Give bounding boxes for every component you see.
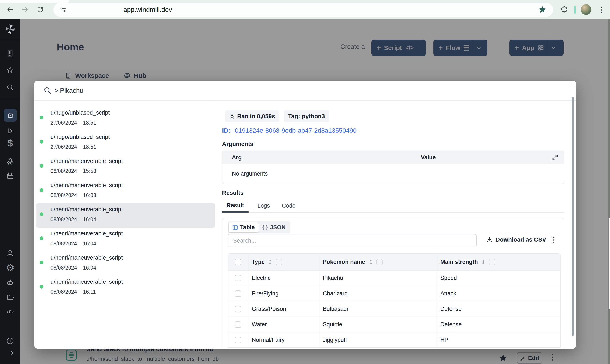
- site-settings-icon[interactable]: [60, 7, 66, 13]
- sort-icon[interactable]: [268, 259, 273, 265]
- braces-icon: { }: [262, 224, 268, 231]
- success-status-dot: [40, 285, 43, 288]
- job-id-link[interactable]: 0191324e-8068-9edb-ab47-2d8a13550490: [235, 127, 356, 134]
- view-toggle-table[interactable]: Table: [229, 222, 258, 233]
- run-list-item[interactable]: u/hugo/unbiased_script 27/06/202418:51: [36, 131, 215, 155]
- sidebar-item-users[interactable]: [6, 249, 14, 257]
- row-checkbox-cell: [228, 286, 248, 301]
- profile-divider: [574, 5, 576, 13]
- row-checkbox[interactable]: [235, 337, 241, 343]
- browser-scrollbar-thumb[interactable]: [609, 218, 610, 309]
- sidebar-item-variables[interactable]: $: [0, 138, 20, 148]
- reload-icon[interactable]: [37, 6, 44, 13]
- run-list-item[interactable]: u/hugo/unbiased_script 27/06/202418:51: [36, 107, 215, 131]
- back-icon[interactable]: [6, 6, 14, 13]
- tab-code[interactable]: Code: [282, 199, 296, 212]
- run-list: u/hugo/unbiased_script 27/06/202418:51 u…: [36, 107, 215, 300]
- result-table: Type Pokemon name Main strength Electric…: [228, 253, 561, 348]
- row-checkbox-cell: [228, 270, 248, 286]
- arguments-table: Arg Value No arguments: [222, 151, 564, 184]
- duration-badge: Ran in 0,059s: [225, 110, 279, 122]
- search-modal: > Pikachu u/hugo/unbiased_script 27/06/2…: [34, 81, 576, 349]
- screen: Home Create a + Script </> + Flow + App: [0, 0, 610, 364]
- row-checkbox[interactable]: [235, 306, 241, 312]
- result-search-input[interactable]: [228, 234, 477, 247]
- arguments-heading: Arguments: [222, 141, 254, 148]
- run-list-item[interactable]: u/henri/maneuverable_script 08/08/202416…: [36, 252, 215, 276]
- extensions-icon[interactable]: [559, 5, 568, 14]
- modal-search-input[interactable]: > Pikachu: [54, 81, 83, 100]
- column-filter-checkbox[interactable]: [376, 259, 383, 265]
- column-header-pokemon-name[interactable]: Pokemon name: [319, 254, 436, 270]
- duration-badge-label: Ran in 0,059s: [237, 113, 275, 120]
- arguments-empty-row: No arguments: [222, 164, 564, 184]
- sidebar-item-settings[interactable]: ⚙: [0, 262, 20, 273]
- view-toggle: Table { } JSON: [228, 221, 290, 234]
- table-icon: [232, 225, 238, 230]
- row-checkbox[interactable]: [235, 275, 241, 281]
- sidebar-item-resources[interactable]: [6, 158, 14, 165]
- sidebar-item-workers[interactable]: [6, 279, 14, 286]
- run-list-item[interactable]: u/henri/maneuverable_script 08/08/202416…: [36, 179, 215, 203]
- cell-type: Water: [248, 317, 319, 332]
- sidebar-item-home[interactable]: [7, 111, 14, 119]
- row-checkbox[interactable]: [235, 321, 241, 328]
- run-list-item[interactable]: u/henri/maneuverable_script 08/08/202416…: [36, 276, 215, 300]
- sidebar-item-audit-logs[interactable]: [6, 308, 14, 316]
- address-bar[interactable]: app.windmill.dev: [54, 3, 553, 17]
- tag-badge-label: Tag: python3: [288, 113, 325, 120]
- run-datetime: 27/06/202418:51: [51, 144, 215, 150]
- svg-text:?: ?: [9, 339, 12, 343]
- view-toggle-json[interactable]: { } JSON: [258, 222, 289, 233]
- download-csv-button[interactable]: Download as CSV: [486, 236, 546, 243]
- run-list-item[interactable]: u/henri/maneuverable_script 08/08/202415…: [36, 155, 215, 179]
- job-id: ID: 0191324e-8068-9edb-ab47-2d8a13550490: [222, 127, 356, 135]
- column-filter-checkbox[interactable]: [276, 259, 282, 265]
- url-text[interactable]: app.windmill.dev: [123, 3, 172, 17]
- expand-sidebar-icon[interactable]: [6, 349, 14, 357]
- browser-menu-icon[interactable]: [601, 7, 602, 13]
- run-title: u/henri/maneuverable_script: [51, 254, 215, 261]
- run-list-item[interactable]: u/henri/maneuverable_script 08/08/202416…: [36, 228, 215, 252]
- tab-logs[interactable]: Logs: [258, 199, 269, 212]
- sidebar-item-workspace[interactable]: [6, 49, 14, 57]
- bookmark-star-icon[interactable]: [538, 5, 547, 14]
- help-icon[interactable]: ?: [6, 337, 14, 345]
- cell-type: Normal/Fairy: [248, 332, 319, 348]
- success-status-dot: [40, 212, 43, 216]
- avatar[interactable]: [581, 4, 591, 15]
- run-datetime: 08/08/202416:04: [51, 216, 215, 222]
- forward-icon[interactable]: [21, 6, 29, 13]
- sidebar-item-folders[interactable]: [6, 293, 14, 301]
- sidebar-item-schedules[interactable]: [6, 172, 14, 180]
- tab-result[interactable]: Result: [222, 199, 249, 212]
- row-checkbox[interactable]: [235, 290, 241, 297]
- row-checkbox-cell: [228, 301, 248, 317]
- run-list-item-selected[interactable]: u/henri/maneuverable_script 08/08/202416…: [36, 203, 215, 228]
- run-datetime: 08/08/202416:03: [51, 192, 215, 198]
- table-toggle-label: Table: [240, 224, 255, 231]
- cell-pokemon-name: Charizard: [319, 286, 436, 301]
- sidebar-item-runs[interactable]: [6, 127, 14, 135]
- detail-scrollbar[interactable]: [572, 97, 573, 336]
- sidebar-item-favorites[interactable]: [6, 66, 14, 74]
- select-all-checkbox[interactable]: [235, 259, 241, 265]
- run-title: u/hugo/unbiased_script: [51, 133, 215, 140]
- success-status-dot: [40, 260, 43, 264]
- sort-icon[interactable]: [368, 259, 373, 265]
- sidebar-item-search[interactable]: [6, 83, 14, 91]
- divider: [0, 40, 20, 40]
- column-filter-checkbox[interactable]: [489, 259, 495, 265]
- sort-icon[interactable]: [481, 259, 486, 265]
- run-title: u/henri/maneuverable_script: [51, 182, 215, 189]
- run-datetime: 27/06/202418:51: [51, 119, 215, 126]
- column-header-main-strength[interactable]: Main strength: [436, 254, 560, 270]
- column-header-type[interactable]: Type: [248, 254, 319, 270]
- column-label: Pokemon name: [323, 259, 365, 265]
- expand-icon[interactable]: [552, 154, 558, 161]
- download-icon: [486, 236, 493, 243]
- result-table-menu-icon[interactable]: [553, 237, 554, 244]
- active-browser-tab[interactable]: [0, 0, 69, 3]
- windmill-logo-icon[interactable]: [5, 24, 16, 35]
- cell-type: Fire/Flying: [248, 286, 319, 301]
